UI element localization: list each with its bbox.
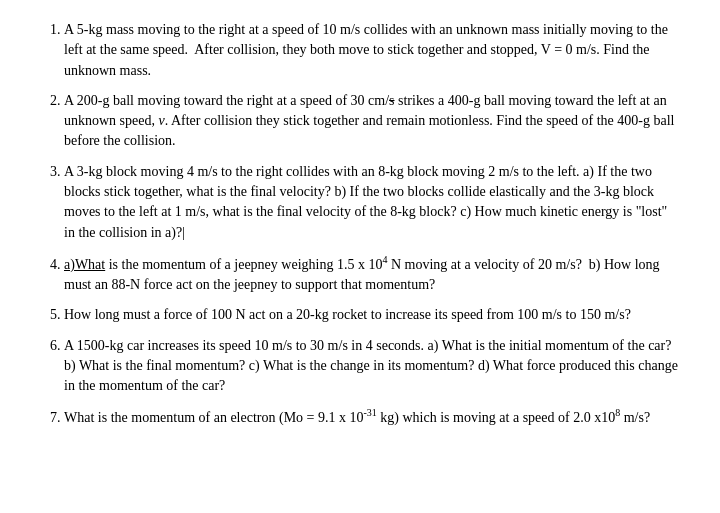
problem-text: How long must a force of 100 N act on a … xyxy=(64,307,631,322)
list-item: a)What is the momentum of a jeepney weig… xyxy=(64,253,680,295)
list-item: A 200-g ball moving toward the right at … xyxy=(64,91,680,152)
list-item: A 5-kg mass moving to the right at a spe… xyxy=(64,20,680,81)
superscript-speed: 8 xyxy=(615,407,620,418)
problem-text: A 3-kg block moving 4 m/s to the right c… xyxy=(64,164,667,240)
list-item: How long must a force of 100 N act on a … xyxy=(64,305,680,325)
list-item: What is the momentum of an electron (Mo … xyxy=(64,406,680,428)
problem-list: A 5-kg mass moving to the right at a spe… xyxy=(40,20,680,428)
problem-text: a)What is the momentum of a jeepney weig… xyxy=(64,257,660,292)
underline-text: a)What xyxy=(64,257,105,272)
list-item: A 3-kg block moving 4 m/s to the right c… xyxy=(64,162,680,243)
cursor xyxy=(182,225,185,240)
list-item: A 1500-kg car increases its speed 10 m/s… xyxy=(64,336,680,397)
strikethrough-text: s xyxy=(389,93,394,108)
problem-text: What is the momentum of an electron (Mo … xyxy=(64,410,650,425)
problem-text: A 1500-kg car increases its speed 10 m/s… xyxy=(64,338,678,394)
problem-text: A 5-kg mass moving to the right at a spe… xyxy=(64,22,668,78)
highlight-together: together xyxy=(417,42,463,57)
italic-v: v xyxy=(159,113,165,128)
superscript-exp: -31 xyxy=(364,407,377,418)
superscript: 4 xyxy=(382,254,387,265)
problem-text: A 200-g ball moving toward the right at … xyxy=(64,93,674,149)
